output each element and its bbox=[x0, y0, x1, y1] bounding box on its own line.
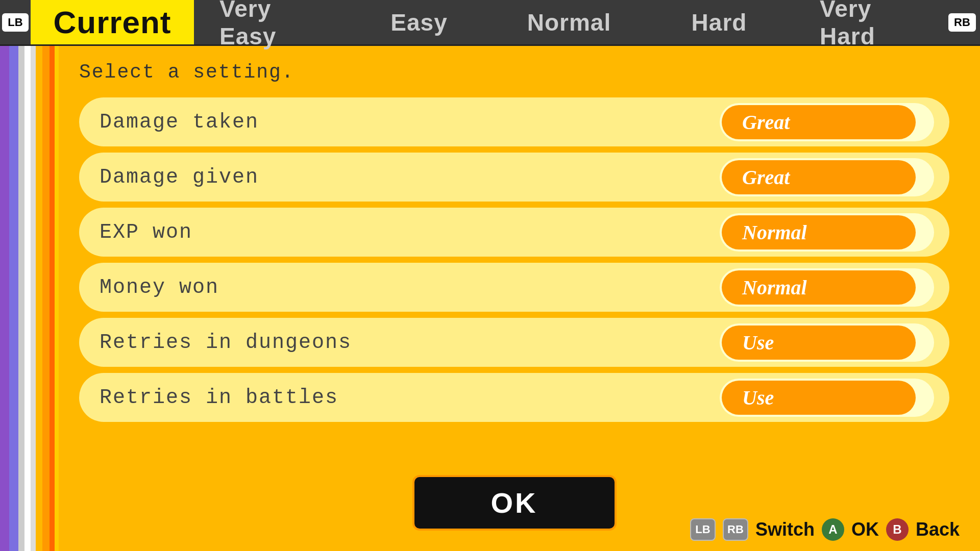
tab-very-hard[interactable]: Very Hard bbox=[794, 0, 944, 44]
tab-normal-label: Normal bbox=[527, 9, 611, 36]
setting-label-damage-taken: Damage taken bbox=[100, 111, 720, 134]
ok-action-label: OK bbox=[851, 519, 879, 540]
tab-very-easy[interactable]: Very Easy bbox=[194, 0, 344, 44]
rb-badge: RB bbox=[948, 13, 976, 32]
setting-value-damage-taken[interactable]: Great bbox=[722, 105, 916, 139]
setting-value-wrap-money-won: Normal bbox=[720, 268, 934, 307]
setting-value-wrap-exp-won: Normal bbox=[720, 213, 934, 252]
content-panel: Select a setting. Damage taken Great Dam… bbox=[59, 46, 980, 551]
lb-button[interactable]: LB bbox=[0, 0, 31, 44]
bottom-bar: LB RB Switch A OK B Back bbox=[690, 518, 960, 541]
setting-value-wrap-retries-dungeons: Use bbox=[720, 323, 934, 362]
tab-easy-label: Easy bbox=[390, 9, 447, 36]
lb-badge: LB bbox=[2, 13, 28, 32]
main-area: Select a setting. Damage taken Great Dam… bbox=[0, 46, 980, 551]
select-heading: Select a setting. bbox=[79, 61, 949, 83]
strip-gold bbox=[55, 46, 59, 551]
b-badge: B bbox=[886, 518, 909, 541]
setting-label-money-won: Money won bbox=[100, 276, 720, 299]
setting-row-retries-battles[interactable]: Retries in battles Use bbox=[79, 373, 949, 422]
setting-label-retries-dungeons: Retries in dungeons bbox=[100, 331, 720, 354]
strip-purple bbox=[0, 46, 9, 551]
setting-row-damage-given[interactable]: Damage given Great bbox=[79, 153, 949, 202]
setting-row-retries-dungeons[interactable]: Retries in dungeons Use bbox=[79, 318, 949, 367]
tab-current-label: Current bbox=[54, 4, 172, 40]
strip-light-gray bbox=[18, 46, 24, 551]
back-label: Back bbox=[916, 519, 960, 540]
tab-bar: LB Current Very Easy Easy Normal Hard Ve… bbox=[0, 0, 980, 46]
strip-orange2 bbox=[50, 46, 55, 551]
tab-easy[interactable]: Easy bbox=[344, 0, 494, 44]
setting-label-damage-given: Damage given bbox=[100, 166, 720, 189]
rb-controller-badge: RB bbox=[723, 518, 748, 541]
ok-button[interactable]: OK bbox=[412, 475, 617, 531]
tab-very-hard-label: Very Hard bbox=[820, 0, 919, 50]
strip-gray bbox=[31, 46, 36, 551]
setting-row-damage-taken[interactable]: Damage taken Great bbox=[79, 97, 949, 146]
setting-value-money-won[interactable]: Normal bbox=[722, 270, 916, 305]
strip-yellow bbox=[36, 46, 42, 551]
tab-current[interactable]: Current bbox=[31, 0, 194, 44]
setting-row-exp-won[interactable]: EXP won Normal bbox=[79, 208, 949, 257]
setting-value-wrap-retries-battles: Use bbox=[720, 379, 934, 417]
setting-value-damage-given[interactable]: Great bbox=[722, 160, 916, 194]
tab-hard[interactable]: Hard bbox=[644, 0, 794, 44]
setting-label-retries-battles: Retries in battles bbox=[100, 386, 720, 409]
color-strip bbox=[0, 46, 59, 551]
setting-value-retries-battles[interactable]: Use bbox=[722, 381, 916, 415]
rb-button[interactable]: RB bbox=[944, 0, 980, 44]
strip-orange1 bbox=[42, 46, 50, 551]
switch-label: Switch bbox=[755, 519, 815, 540]
a-badge: A bbox=[822, 518, 844, 541]
setting-value-retries-dungeons[interactable]: Use bbox=[722, 325, 916, 360]
setting-value-exp-won[interactable]: Normal bbox=[722, 215, 916, 249]
setting-row-money-won[interactable]: Money won Normal bbox=[79, 263, 949, 312]
strip-white bbox=[24, 46, 31, 551]
tab-normal[interactable]: Normal bbox=[494, 0, 644, 44]
setting-value-wrap-damage-taken: Great bbox=[720, 103, 934, 141]
setting-label-exp-won: EXP won bbox=[100, 221, 720, 244]
strip-blue-purple bbox=[9, 46, 18, 551]
setting-value-wrap-damage-given: Great bbox=[720, 158, 934, 196]
settings-list: Damage taken Great Damage given Great EX… bbox=[79, 97, 949, 460]
lb-controller-badge: LB bbox=[690, 518, 716, 541]
tab-very-easy-label: Very Easy bbox=[219, 0, 318, 50]
tab-hard-label: Hard bbox=[692, 9, 747, 36]
